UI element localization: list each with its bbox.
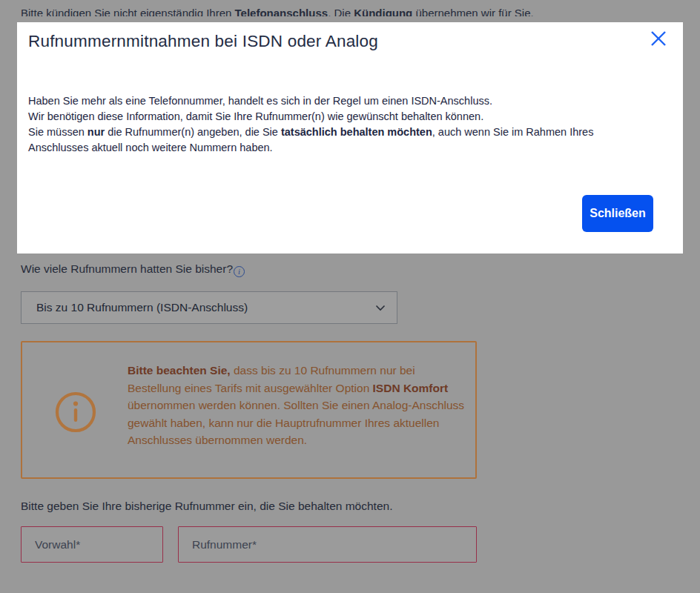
select-selected-value: Bis zu 10 Rufnummern (ISDN-Anschluss) [22, 301, 375, 314]
modal-body-line1: Haben Sie mehr als eine Telefonnummer, h… [28, 93, 655, 109]
modal-body-line2: Wir benötigen diese Information, damit S… [28, 109, 655, 125]
info-circle-icon [55, 391, 96, 433]
question-label-row: Wie viele Rufnummern hatten Sie bisher?i [21, 262, 245, 277]
modal-title: Rufnummernmitnahmen bei ISDN oder Analog [28, 32, 378, 51]
question-label: Wie viele Rufnummern hatten Sie bisher? [21, 262, 233, 275]
isdn-warning-box: Bitte beachten Sie, dass bis zu 10 Rufnu… [21, 341, 477, 479]
info-icon[interactable]: i [234, 266, 245, 277]
area-code-input[interactable] [21, 526, 163, 563]
clipped-background-text: Bitte kündigen Sie nicht eigenständig Ih… [0, 0, 700, 16]
chevron-down-icon [375, 305, 386, 311]
warning-text: Bitte beachten Sie, dass bis zu 10 Rufnu… [128, 362, 465, 449]
close-icon[interactable] [649, 29, 668, 48]
rufnummern-count-select[interactable]: Bis zu 10 Rufnummern (ISDN-Anschluss) [21, 291, 397, 324]
background-text-line: Bitte kündigen Sie nicht eigenständig Ih… [21, 7, 534, 16]
phone-number-input[interactable] [178, 526, 477, 563]
modal-body: Haben Sie mehr als eine Telefonnummer, h… [28, 93, 655, 156]
schliessen-button[interactable]: Schließen [582, 195, 653, 232]
instruction-label: Bitte geben Sie Ihre bisherige Rufnummer… [21, 500, 392, 513]
rufnummernmitnahme-modal: Rufnummernmitnahmen bei ISDN oder Analog… [17, 22, 683, 254]
modal-body-line3: Sie müssen nur die Rufnummer(n) angeben,… [28, 125, 655, 156]
